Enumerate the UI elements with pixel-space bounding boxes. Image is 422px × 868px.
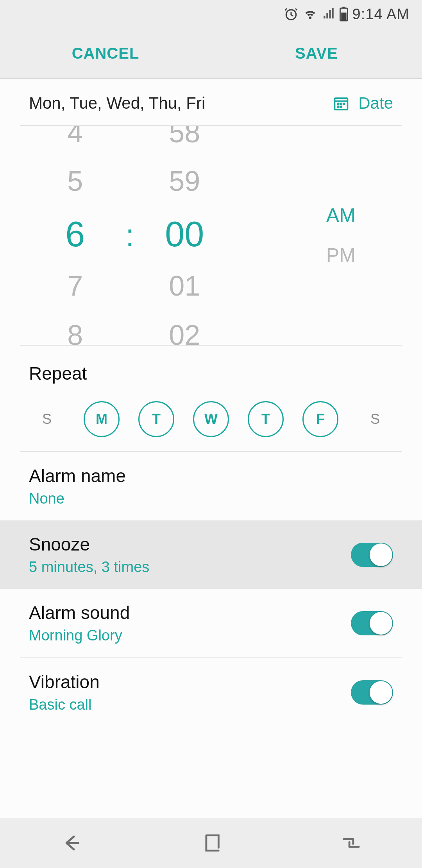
ampm-picker[interactable]: AM PM [260,126,422,345]
save-button[interactable]: SAVE [211,28,422,78]
battery-icon [339,7,349,22]
minute-option[interactable]: 58 [141,126,227,149]
day-sun[interactable]: S [29,401,65,437]
content: Mon, Tue, Wed, Thu, Fri Date 4 5 6 7 8 : [0,78,422,818]
vibration-toggle[interactable] [351,680,393,705]
repeat-days: S M T W T F S [29,401,393,437]
snooze-toggle[interactable] [351,543,393,567]
svg-point-5 [338,103,339,104]
nav-bar [0,818,422,868]
svg-rect-2 [341,13,346,20]
alarm-set-icon [284,7,299,22]
day-fri[interactable]: F [302,401,338,437]
hour-option[interactable]: 5 [32,165,118,197]
home-button[interactable] [200,832,222,854]
am-option[interactable]: AM [326,204,356,227]
svg-point-7 [343,103,345,104]
alarm-sound-toggle[interactable] [351,611,393,635]
alarm-name-value: None [29,490,126,507]
date-button[interactable]: Date [333,94,393,113]
recents-button[interactable] [338,832,364,854]
wifi-icon [302,7,318,22]
minute-selected[interactable]: 00 [141,214,227,255]
day-tue[interactable]: T [138,401,174,437]
day-wed[interactable]: W [193,401,229,437]
svg-point-6 [341,103,342,104]
svg-rect-3 [342,7,345,8]
repeat-section: Repeat S M T W T F S [0,346,422,451]
snooze-value: 5 minutes, 3 times [29,559,149,576]
hour-option[interactable]: 8 [32,319,118,345]
hour-selected[interactable]: 6 [32,214,118,255]
svg-point-9 [341,106,342,108]
hour-wheel[interactable]: 4 5 6 7 8 [32,126,118,345]
schedule-row: Mon, Tue, Wed, Thu, Fri Date [0,79,422,125]
hour-option[interactable]: 4 [32,126,118,149]
minute-option[interactable]: 02 [141,319,227,345]
minute-option[interactable]: 59 [141,165,227,197]
back-button[interactable] [58,830,84,856]
pm-option[interactable]: PM [326,244,356,267]
date-label: Date [358,94,393,113]
time-colon: : [118,126,141,345]
day-sat[interactable]: S [357,401,393,437]
alarm-name-title: Alarm name [29,465,126,486]
minute-option[interactable]: 01 [141,270,227,302]
repeat-title: Repeat [29,363,393,384]
selected-days-text: Mon, Tue, Wed, Thu, Fri [29,94,205,113]
time-picker[interactable]: 4 5 6 7 8 : 58 59 00 01 02 AM PM [0,126,422,345]
hour-option[interactable]: 7 [32,270,118,302]
alarm-name-row[interactable]: Alarm name None [0,452,422,520]
cancel-button[interactable]: CANCEL [0,28,211,78]
vibration-value: Basic call [29,696,100,713]
vibration-title: Vibration [29,671,100,692]
status-bar: 9:14 AM [0,0,422,28]
alarm-sound-title: Alarm sound [29,602,130,623]
vibration-row[interactable]: Vibration Basic call [0,658,422,726]
day-mon[interactable]: M [84,401,120,437]
calendar-icon [333,95,350,112]
action-bar: CANCEL SAVE [0,28,422,78]
status-clock: 9:14 AM [352,6,409,23]
day-thu[interactable]: T [248,401,284,437]
svg-point-8 [338,106,339,108]
alarm-sound-row[interactable]: Alarm sound Morning Glory [0,589,422,657]
alarm-sound-value: Morning Glory [29,627,130,644]
snooze-row[interactable]: Snooze 5 minutes, 3 times [0,520,422,589]
signal-icon [322,7,335,21]
minute-wheel[interactable]: 58 59 00 01 02 [141,126,227,345]
snooze-title: Snooze [29,534,149,555]
